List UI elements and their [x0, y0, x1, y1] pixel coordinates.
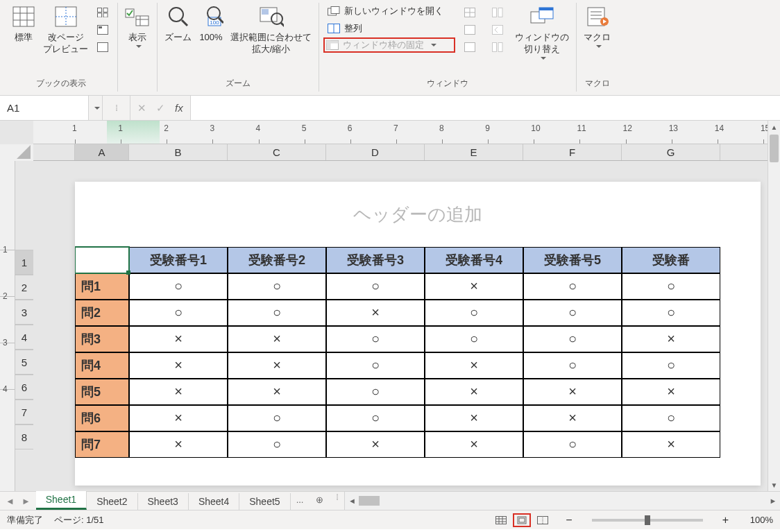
table-cell[interactable]: ○ — [523, 352, 622, 379]
column-header[interactable]: G — [622, 144, 720, 160]
table-col-header[interactable]: 受験番号5 — [523, 247, 622, 273]
table-cell[interactable]: ○ — [523, 431, 622, 458]
cell-A1[interactable] — [75, 247, 129, 273]
table-cell[interactable]: ○ — [523, 326, 622, 352]
show-dropdown-button[interactable]: 表示 — [122, 3, 153, 51]
table-cell[interactable]: × — [523, 405, 622, 431]
table-col-header[interactable]: 受験番号4 — [425, 247, 523, 273]
fullscreen-small-button[interactable] — [92, 39, 113, 55]
scrollbar-thumb[interactable] — [770, 135, 779, 162]
table-cell[interactable]: × — [425, 405, 523, 431]
scroll-right-icon[interactable]: ► — [766, 497, 780, 505]
table-cell[interactable]: ○ — [228, 405, 326, 431]
tab-prev-icon[interactable]: ◄ — [6, 496, 15, 506]
table-cell[interactable]: × — [425, 431, 523, 458]
scroll-up-icon[interactable]: ▲ — [768, 121, 780, 133]
column-header[interactable]: E — [425, 144, 523, 160]
table-cell[interactable]: × — [129, 352, 228, 379]
data-table[interactable]: 受験番号1受験番号2受験番号3受験番号4受験番号5受験番問1○○○×○○問2○○… — [75, 247, 761, 458]
page-header-placeholder[interactable]: ヘッダーの追加 — [75, 182, 761, 247]
tab-more[interactable]: ... — [291, 492, 310, 510]
column-header[interactable]: A — [75, 144, 129, 160]
freeze-panes-button[interactable]: ウィンドウ枠の固定 — [323, 37, 455, 53]
table-col-header[interactable]: 受験番号3 — [326, 247, 425, 273]
horizontal-scrollbar[interactable]: ◄ ► — [344, 492, 780, 510]
zoom-100-button[interactable]: 100 100% — [196, 3, 226, 45]
table-row-header[interactable]: 問1 — [75, 273, 129, 300]
custom-views-small-button[interactable] — [92, 22, 113, 38]
normal-view-button[interactable]: 標準 — [8, 3, 39, 45]
table-cell[interactable]: × — [523, 379, 622, 405]
split-button[interactable] — [459, 4, 480, 21]
table-cell[interactable]: × — [622, 326, 720, 352]
sheet-tab[interactable]: Sheet5 — [239, 493, 290, 510]
row-header[interactable]: 1 — [15, 250, 33, 275]
scroll-down-icon[interactable]: ▼ — [768, 479, 780, 491]
table-cell[interactable]: ○ — [622, 273, 720, 300]
table-cell[interactable]: ○ — [326, 273, 425, 300]
zoom-out-button[interactable]: − — [563, 514, 575, 526]
table-col-header[interactable]: 受験番号1 — [129, 247, 228, 273]
select-all-corner[interactable] — [0, 144, 33, 161]
table-cell[interactable]: × — [129, 431, 228, 458]
zoom-button[interactable]: ズーム — [162, 3, 194, 45]
tab-nav[interactable]: ◄ ► — [0, 492, 36, 510]
table-cell[interactable]: ○ — [228, 300, 326, 326]
fx-icon[interactable]: fx — [175, 102, 183, 114]
enter-icon[interactable]: ✓ — [156, 102, 165, 114]
table-cell[interactable]: × — [425, 379, 523, 405]
row-header[interactable]: 8 — [15, 424, 33, 449]
zoom-slider[interactable] — [592, 519, 703, 522]
table-cell[interactable]: ○ — [326, 405, 425, 431]
normal-view-small-button[interactable] — [492, 513, 510, 527]
table-cell[interactable]: × — [129, 379, 228, 405]
table-cell[interactable]: × — [622, 431, 720, 458]
table-cell[interactable]: × — [228, 326, 326, 352]
column-header[interactable]: B — [129, 144, 228, 160]
switch-windows-button[interactable]: ウィンドウの 切り替え — [512, 3, 572, 62]
row-header[interactable]: 5 — [15, 350, 33, 375]
table-cell[interactable]: ○ — [326, 379, 425, 405]
sheet-tab[interactable]: Sheet1 — [36, 491, 87, 510]
table-row-header[interactable]: 問5 — [75, 379, 129, 405]
arrange-button[interactable]: 整列 — [323, 20, 455, 37]
row-header[interactable]: 6 — [15, 375, 33, 400]
sheet-tab[interactable]: Sheet2 — [87, 493, 137, 510]
table-row-header[interactable]: 問3 — [75, 326, 129, 352]
zoom-level[interactable]: 100% — [743, 515, 773, 525]
column-header[interactable]: F — [523, 144, 622, 160]
column-header[interactable]: D — [326, 144, 425, 160]
table-cell[interactable]: × — [326, 431, 425, 458]
table-cell[interactable]: × — [425, 273, 523, 300]
column-header[interactable]: C — [228, 144, 326, 160]
page-layout-small-button[interactable] — [92, 4, 113, 21]
table-cell[interactable]: × — [228, 379, 326, 405]
name-box-dropdown[interactable] — [89, 96, 103, 120]
row-header[interactable]: 3 — [15, 300, 33, 325]
new-window-button[interactable]: 新しいウィンドウを開く — [323, 3, 455, 19]
formula-input[interactable] — [191, 96, 780, 120]
row-header[interactable]: 4 — [15, 325, 33, 350]
vertical-ruler[interactable]: 1234 — [0, 161, 15, 491]
name-box[interactable]: A1 — [0, 96, 89, 120]
vertical-scrollbar[interactable]: ▲ ▼ — [768, 121, 780, 491]
table-cell[interactable]: × — [425, 352, 523, 379]
table-row-header[interactable]: 問7 — [75, 431, 129, 458]
table-col-header[interactable]: 受験番号2 — [228, 247, 326, 273]
hide-button[interactable] — [459, 22, 480, 38]
sheet-tab[interactable]: Sheet4 — [189, 493, 239, 510]
table-cell[interactable]: × — [228, 352, 326, 379]
table-cell[interactable]: ○ — [129, 273, 228, 300]
table-cell[interactable]: × — [326, 300, 425, 326]
tab-next-icon[interactable]: ► — [22, 496, 31, 506]
table-cell[interactable]: × — [129, 405, 228, 431]
table-row-header[interactable]: 問4 — [75, 352, 129, 379]
table-cell[interactable]: × — [129, 326, 228, 352]
table-row-header[interactable]: 問2 — [75, 300, 129, 326]
table-cell[interactable]: ○ — [425, 300, 523, 326]
row-header[interactable]: 7 — [15, 400, 33, 424]
zoom-slider-thumb[interactable] — [645, 515, 650, 525]
table-cell[interactable]: ○ — [326, 352, 425, 379]
unhide-button[interactable] — [459, 39, 480, 55]
horizontal-ruler[interactable]: 1123456789101112131415 — [33, 121, 768, 144]
